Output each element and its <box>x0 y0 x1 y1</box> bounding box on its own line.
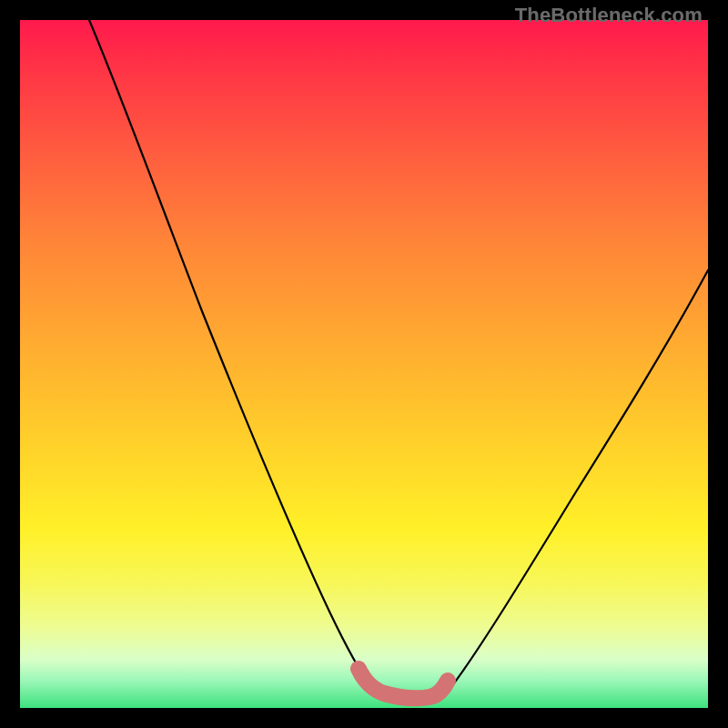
chart-svg <box>20 20 708 708</box>
right-curve-line <box>448 270 708 692</box>
valley-marker-line <box>359 669 448 698</box>
left-curve-line <box>89 20 373 690</box>
plot-area <box>20 20 708 708</box>
watermark-text: TheBottleneck.com <box>515 4 703 27</box>
chart-frame: TheBottleneck.com <box>0 0 728 728</box>
